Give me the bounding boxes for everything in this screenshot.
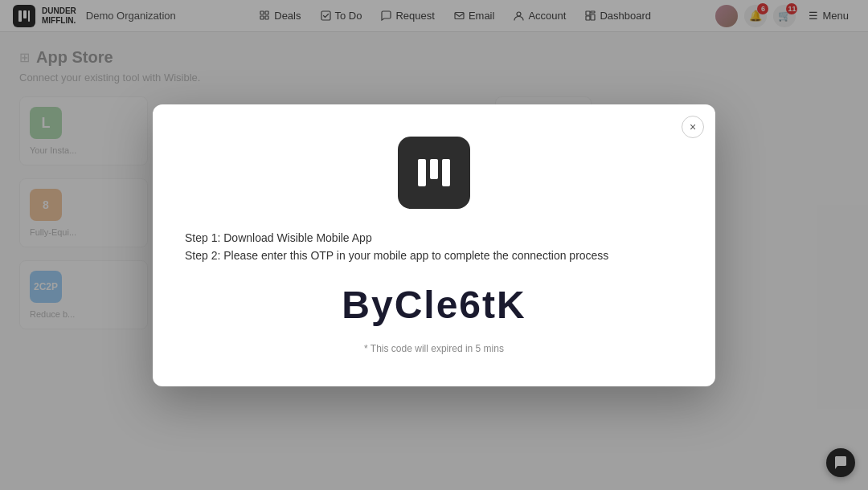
modal-logo bbox=[398, 137, 470, 209]
svg-rect-16 bbox=[442, 159, 450, 186]
modal-overlay: × Step 1: Download Wisible Mobile App St… bbox=[0, 0, 868, 490]
modal-expiry: * This code will expired in 5 mins bbox=[364, 343, 504, 354]
modal-close-button[interactable]: × bbox=[682, 116, 704, 138]
close-icon: × bbox=[690, 120, 696, 133]
modal-step2: Step 2: Please enter this OTP in your mo… bbox=[185, 249, 683, 262]
svg-rect-15 bbox=[430, 159, 438, 179]
otp-code: ByCle6tK bbox=[342, 283, 526, 327]
svg-rect-14 bbox=[418, 159, 426, 186]
otp-modal: × Step 1: Download Wisible Mobile App St… bbox=[153, 104, 715, 386]
modal-step1: Step 1: Download Wisible Mobile App bbox=[185, 231, 683, 244]
